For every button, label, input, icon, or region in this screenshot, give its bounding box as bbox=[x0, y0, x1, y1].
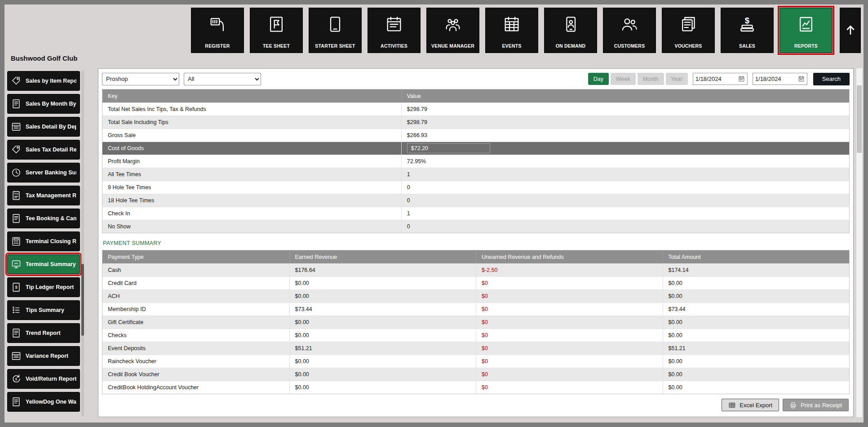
sidebar-item-tee-booking-cance[interactable]: Tee Booking & Cance... bbox=[7, 209, 80, 228]
excel-export-button[interactable]: Excel Export bbox=[722, 399, 779, 411]
app-tile-label: REPORTS bbox=[794, 43, 818, 49]
calendar-icon[interactable] bbox=[798, 76, 805, 82]
summary-row-gross-sale[interactable]: Gross Sale$266.93 bbox=[102, 129, 849, 142]
payment-type-cell: ACH bbox=[102, 290, 289, 302]
app-tile-reports[interactable]: REPORTS bbox=[779, 8, 833, 53]
payment-summary-table: Payment Type Earned Revenue Unearned Rev… bbox=[102, 250, 850, 394]
terminal-select[interactable]: All bbox=[184, 73, 261, 85]
search-button[interactable]: Search bbox=[813, 73, 850, 85]
period-day-button[interactable]: Day bbox=[588, 73, 609, 85]
summary-row-9-hole-tee-times[interactable]: 9 Hole Tee Times0 bbox=[102, 181, 849, 194]
summary-row-all-tee-times[interactable]: All Tee Times1 bbox=[102, 168, 849, 181]
payment-summary-title: PAYMENT SUMMARY bbox=[103, 240, 849, 246]
app-tile-sales[interactable]: $SALES bbox=[721, 8, 774, 53]
payment-row-credit-card[interactable]: Credit Card$0.00$0$0.00 bbox=[102, 276, 849, 289]
calendar-icon[interactable] bbox=[738, 76, 745, 82]
summary-value-cell: 1 bbox=[401, 168, 849, 181]
payment-type-cell: CreditBook HoldingAccount Voucher bbox=[102, 381, 289, 394]
app-nav: REGISTERTEE SHEETSTARTER SHEETACTIVITIES… bbox=[191, 8, 833, 53]
summary-row-18-hole-tee-times[interactable]: 18 Hole Tee Times0 bbox=[102, 194, 849, 207]
earned-revenue-cell: $0.00 bbox=[289, 316, 476, 329]
app-tile-customers[interactable]: CUSTOMERS bbox=[603, 8, 656, 53]
unearned-revenue-cell: $0 bbox=[476, 290, 663, 302]
summary-row-no-show[interactable]: No Show0 bbox=[102, 220, 849, 233]
summary-row-profit-margin[interactable]: Profit Margin72.95% bbox=[102, 155, 849, 168]
date-from-input[interactable] bbox=[695, 76, 737, 82]
total-amount-cell: $0.00 bbox=[663, 368, 850, 381]
doc-report-icon bbox=[11, 98, 22, 109]
app-tile-activities[interactable]: ACTIVITIES bbox=[368, 8, 421, 53]
sidebar-item-trend-report[interactable]: Trend Report bbox=[7, 323, 80, 343]
date-to-input[interactable] bbox=[755, 76, 797, 82]
unearned-revenue-cell: $-2.50 bbox=[476, 264, 663, 276]
earned-revenue-cell: $176.64 bbox=[289, 264, 476, 276]
reports-icon bbox=[797, 8, 815, 40]
filter-bar: Proshop All DayWeekMonthYear bbox=[102, 72, 850, 85]
top-bar: Bushwood Golf Club REGISTERTEE SHEETSTAR… bbox=[4, 4, 864, 64]
sidebar-item-tips-summary[interactable]: $Tips Summary bbox=[7, 300, 80, 320]
payment-row-gift-certificate[interactable]: Gift Certificate$0.00$0$0.00 bbox=[102, 316, 849, 329]
sidebar-item-terminal-summary[interactable]: Terminal Summary bbox=[7, 254, 80, 274]
payment-row-creditbook-holdingaccount-voucher[interactable]: CreditBook HoldingAccount Voucher$0.00$0… bbox=[102, 381, 849, 394]
summary-value-cell: 0 bbox=[401, 220, 849, 233]
total-amount-cell: $0.00 bbox=[663, 329, 850, 342]
print-as-receipt-button[interactable]: Print as Receipt bbox=[783, 399, 849, 411]
tee-sheet-icon bbox=[267, 8, 285, 40]
summary-row-cost-of-goods[interactable]: Cost of Goods$72.20 bbox=[102, 142, 849, 155]
sales-icon: $ bbox=[738, 8, 756, 40]
payment-row-raincheck-voucher[interactable]: Raincheck Voucher$0.00$0$0.00 bbox=[102, 355, 849, 368]
payment-header-type: Payment Type bbox=[102, 250, 289, 263]
venue-manager-icon bbox=[444, 8, 462, 40]
period-week-button[interactable]: Week bbox=[611, 73, 636, 85]
earned-revenue-cell: $51.21 bbox=[289, 342, 476, 355]
app-tile-venue-manager[interactable]: VENUE MANAGER bbox=[426, 8, 479, 53]
app-tile-tee-sheet[interactable]: TEE SHEET bbox=[250, 8, 303, 53]
sidebar-item-label: Sales Detail By Depar... bbox=[26, 124, 76, 130]
summary-row-total-sale-including-tips[interactable]: Total Sale Including Tips$298.79 bbox=[102, 116, 849, 129]
period-month-button[interactable]: Month bbox=[638, 73, 664, 85]
department-select[interactable]: Proshop bbox=[102, 73, 179, 85]
sidebar-item-label: Void/Return Report bbox=[26, 376, 76, 382]
sidebar-item-terminal-closing-rep[interactable]: Terminal Closing Rep... bbox=[7, 231, 80, 251]
sidebar-item-sales-by-month-by-s[interactable]: Sales By Month By S... bbox=[7, 94, 80, 114]
sidebar-scrollbar bbox=[81, 70, 84, 416]
sidebar-item-server-banking-sum[interactable]: Server Banking Sum... bbox=[7, 163, 80, 182]
earned-revenue-cell: $0.00 bbox=[289, 329, 476, 342]
sidebar-item-void-return-report[interactable]: $Void/Return Report bbox=[7, 369, 80, 389]
app-tile-starter-sheet[interactable]: STARTER SHEET bbox=[309, 8, 362, 53]
sidebar-item-yellowdog-one-way[interactable]: YellowDog One Way... bbox=[7, 392, 80, 412]
unearned-revenue-cell: $0 bbox=[476, 329, 663, 342]
payment-table-header: Payment Type Earned Revenue Unearned Rev… bbox=[102, 250, 849, 263]
page-scrollbar-thumb[interactable] bbox=[857, 85, 862, 153]
monitor-icon bbox=[11, 259, 22, 270]
svg-text:$: $ bbox=[745, 15, 750, 25]
sidebar-item-tax-management-re[interactable]: TAXTax Management Re... bbox=[7, 186, 80, 205]
sidebar-item-label: Sales By Month By S... bbox=[26, 101, 76, 107]
calendar-icon bbox=[385, 8, 403, 40]
payment-row-membership-id[interactable]: Membership ID$73.44$0$73.44 bbox=[102, 302, 849, 316]
payment-row-event-deposits[interactable]: Event Deposits$51.21$0$51.21 bbox=[102, 342, 849, 355]
app-tile-events[interactable]: EVENTS bbox=[485, 8, 538, 53]
period-year-button[interactable]: Year bbox=[666, 73, 688, 85]
sidebar-item-sales-detail-by-depar[interactable]: Sales Detail By Depar... bbox=[7, 117, 80, 137]
sidebar-item-label: Tee Booking & Cance... bbox=[26, 215, 76, 222]
doc-report-icon bbox=[11, 328, 22, 338]
payment-row-checks[interactable]: Checks$0.00$0$0.00 bbox=[102, 329, 849, 342]
payment-row-credit-book-voucher[interactable]: Credit Book Voucher$0.00$0$0.00 bbox=[102, 368, 849, 381]
app-tile-register[interactable]: REGISTER bbox=[191, 8, 244, 53]
total-amount-cell: $73.44 bbox=[663, 303, 850, 316]
payment-row-ach[interactable]: ACH$0.00$0$0.00 bbox=[102, 289, 849, 302]
app-tile-vouchers[interactable]: VOUCHERS bbox=[662, 8, 715, 53]
summary-row-check-in[interactable]: Check In1 bbox=[102, 207, 849, 220]
summary-key-cell: Profit Margin bbox=[102, 155, 401, 168]
sidebar-item-tip-ledger-report[interactable]: $Tip Ledger Report bbox=[7, 277, 80, 297]
summary-row-total-net-sales-inc-tips-tax-refunds[interactable]: Total Net Sales Inc Tips, Tax & Refunds$… bbox=[102, 102, 849, 116]
app-tile-on-demand[interactable]: ON DEMAND bbox=[544, 8, 597, 53]
payment-row-cash[interactable]: Cash$176.64$-2.50$174.14 bbox=[102, 263, 849, 276]
scroll-top-button[interactable] bbox=[840, 8, 861, 53]
sidebar-item-sales-tax-detail-report[interactable]: Sales Tax Detail Report bbox=[7, 140, 80, 160]
total-amount-cell: $0.00 bbox=[663, 381, 850, 394]
sidebar-scrollbar-thumb[interactable] bbox=[81, 264, 84, 336]
sidebar-item-sales-by-item-report[interactable]: Sales by Item Report bbox=[7, 71, 80, 91]
sidebar-item-variance-report[interactable]: Variance Report bbox=[7, 346, 80, 366]
